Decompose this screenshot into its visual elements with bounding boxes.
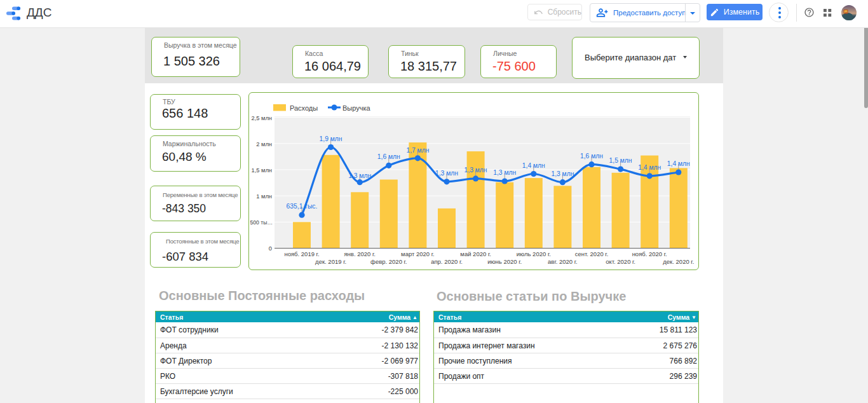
svg-text:1,4 млн: 1,4 млн: [667, 160, 690, 167]
svg-text:2,5 млн: 2,5 млн: [252, 115, 272, 121]
svg-text:1,7 млн: 1,7 млн: [406, 147, 429, 154]
svg-text:1,3 млн: 1,3 млн: [435, 170, 458, 177]
svg-text:май 2020 г.: май 2020 г.: [460, 250, 491, 257]
svg-text:1,6 млн: 1,6 млн: [580, 153, 603, 160]
svg-text:Выручка: Выручка: [342, 104, 371, 112]
svg-text:дек. 2019 г.: дек. 2019 г.: [315, 258, 346, 265]
svg-text:1,5 млн: 1,5 млн: [609, 157, 632, 164]
svg-text:февр. 2020 г.: февр. 2020 г.: [370, 258, 407, 265]
svg-text:1,4 млн: 1,4 млн: [638, 164, 661, 171]
svg-text:500 ты…: 500 ты…: [250, 219, 273, 226]
svg-text:1,3 млн: 1,3 млн: [493, 169, 516, 176]
svg-text:1,3 млн: 1,3 млн: [465, 167, 487, 174]
svg-text:1,9 млн: 1,9 млн: [320, 135, 342, 142]
svg-text:1,3 млн: 1,3 млн: [348, 172, 371, 179]
svg-text:1,3 млн: 1,3 млн: [551, 170, 574, 177]
svg-text:1,6 млн: 1,6 млн: [377, 153, 400, 160]
svg-text:янв. 2020 г.: янв. 2020 г.: [344, 250, 375, 257]
svg-text:авг. 2020 г.: авг. 2020 г.: [548, 258, 578, 265]
svg-text:нояб. 2020 г.: нояб. 2020 г.: [632, 250, 667, 257]
svg-text:635,1 тыс.: 635,1 тыс.: [287, 203, 318, 210]
svg-text:сент. 2020 г.: сент. 2020 г.: [575, 250, 609, 257]
svg-text:1,4 млн: 1,4 млн: [522, 162, 545, 169]
svg-text:Расходы: Расходы: [290, 104, 318, 112]
svg-text:апр. 2020 г.: апр. 2020 г.: [431, 258, 463, 265]
svg-text:окт. 2020 г.: окт. 2020 г.: [606, 258, 635, 265]
svg-text:0: 0: [269, 245, 272, 252]
svg-text:июль 2020 г.: июль 2020 г.: [517, 250, 551, 257]
svg-text:дек. 2020 г.: дек. 2020 г.: [663, 258, 694, 265]
svg-text:март 2020 г.: март 2020 г.: [401, 250, 435, 257]
svg-text:июнь 2020 г.: июнь 2020 г.: [487, 258, 522, 265]
svg-text:2 млн: 2 млн: [256, 141, 272, 147]
svg-text:1 млн: 1 млн: [256, 193, 272, 200]
svg-text:1,5 млн: 1,5 млн: [252, 167, 272, 174]
svg-text:нояб. 2019 г.: нояб. 2019 г.: [284, 250, 319, 257]
